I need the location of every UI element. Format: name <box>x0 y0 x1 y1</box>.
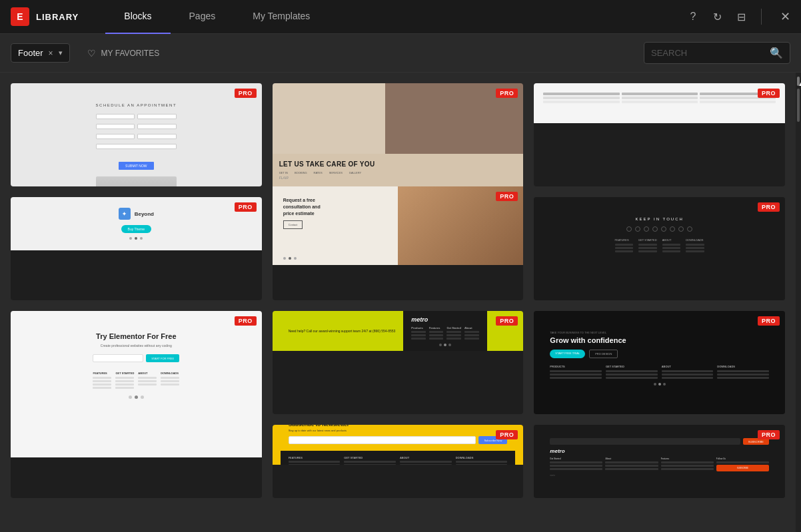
pro-badge: PRO <box>758 430 780 439</box>
card-table-light[interactable]: PRO <box>534 83 785 186</box>
banner-text: Need help? Call our award-winning suppor… <box>289 329 396 333</box>
card-schedule-form[interactable]: SCHEDULE AN APPOINTMENT <box>11 83 262 186</box>
close-button[interactable]: ✕ <box>780 9 790 24</box>
card-eyebrow: TAKE YOUR BUSINESS TO THE NEXT LEVEL <box>550 331 769 334</box>
card-thumbnail: KEEP IN TOUCH Features <box>534 197 785 300</box>
card-grow-confidence[interactable]: TAKE YOUR BUSINESS TO THE NEXT LEVEL Gro… <box>534 311 785 414</box>
cta-green: START FREE TRIAL <box>550 350 585 358</box>
card-thumbnail: Try Elementor For Free Create profession… <box>11 311 262 457</box>
card-metro-yellow[interactable]: Need help? Call our award-winning suppor… <box>273 311 524 414</box>
scrollbar[interactable]: ▲ <box>796 73 801 532</box>
toolbar: Footer × ▾ ♡ MY FAVORITES 🔍 <box>0 34 801 73</box>
pro-badge: PRO <box>496 89 518 98</box>
card-thumbnail: ✦ Beyond Buy Theme <box>11 197 262 250</box>
cta-button: Buy Theme <box>121 225 151 233</box>
pro-badge: PRO <box>235 202 257 212</box>
card-thumbnail <box>534 83 785 123</box>
pro-badge: PRO <box>235 89 257 98</box>
header: E LIBRARY Blocks Pages My Templates ? ↻ … <box>0 0 801 34</box>
card-keep-in-touch[interactable]: KEEP IN TOUCH Features <box>534 197 785 300</box>
card-elementor-free[interactable]: Try Elementor For Free Create profession… <box>11 311 262 498</box>
card-title-2: Request a free consultation and price es… <box>283 197 330 216</box>
refresh-icon[interactable]: ↻ <box>710 10 724 23</box>
card-title: KEEP IN TOUCH <box>615 217 704 221</box>
brand-name: metro <box>411 316 478 323</box>
card-thumbnail: SUBSCRIBE metro Get Started About <box>534 425 785 498</box>
card-title: Subscribe to Newsletter <box>289 425 508 427</box>
card-thumbnail: TAKE YOUR BUSINESS TO THE NEXT LEVEL Gro… <box>534 311 785 414</box>
scrollbar-thumb[interactable] <box>797 89 800 122</box>
card-title: SCHEDULE AN APPOINTMENT <box>96 103 177 107</box>
pro-badge: PRO <box>758 202 780 212</box>
card-thumbnail-2: Request a free consultation and price es… <box>273 186 524 265</box>
favorites-label: MY FAVORITES <box>101 49 160 58</box>
brand-name: metro <box>550 448 769 454</box>
card-thumbnail: Subscribe to Newsletter Stay up to date … <box>273 425 524 465</box>
search-area[interactable]: 🔍 <box>644 42 790 64</box>
card-beyond[interactable]: ✦ Beyond Buy Theme PRO <box>11 197 262 300</box>
card-newsletter[interactable]: Subscribe to Newsletter Stay up to date … <box>273 425 524 498</box>
card-title: Try Elementor For Free <box>96 332 176 340</box>
pro-badge: PRO <box>496 430 518 439</box>
filter-label: Footer <box>18 48 43 58</box>
nav-tabs: Blocks Pages My Templates <box>105 0 686 33</box>
cta-outline: PRO DESIGN <box>589 350 618 358</box>
pro-badge: PRO <box>496 316 518 326</box>
card-subtitle: Create professional websites without any… <box>101 344 172 348</box>
brand-name: Beyond <box>135 211 154 217</box>
header-actions: ? ↻ ⊟ ✕ <box>686 9 790 25</box>
card-beauty-model[interactable]: LET US TAKE CARE OF YOU GET IN BOOKING R… <box>273 83 524 300</box>
chevron-down-icon: ▾ <box>59 49 63 57</box>
template-grid: SCHEDULE AN APPOINTMENT <box>0 73 796 532</box>
elementor-logo: E <box>11 7 29 26</box>
pro-badge: PRO <box>758 316 780 326</box>
heart-icon: ♡ <box>87 48 96 59</box>
divider <box>761 9 762 25</box>
scroll-up-arrow[interactable]: ▲ <box>797 77 800 86</box>
search-input[interactable] <box>651 48 764 58</box>
favorites-button[interactable]: ♡ MY FAVORITES <box>81 44 167 63</box>
search-icon[interactable]: 🔍 <box>770 47 783 59</box>
card-subtitle: Stay up to date with our latest news and… <box>289 429 508 432</box>
card-title: Grow with confidence <box>550 336 769 344</box>
pro-badge: PRO <box>235 316 257 326</box>
card-thumbnail: Need help? Call our award-winning suppor… <box>273 311 524 351</box>
tab-blocks[interactable]: Blocks <box>105 0 170 34</box>
pro-badge: PRO <box>758 89 780 98</box>
filter-clear[interactable]: × <box>49 49 53 58</box>
tab-my-templates[interactable]: My Templates <box>234 0 329 34</box>
help-icon[interactable]: ? <box>686 10 700 23</box>
card-thumbnail: LET US TAKE CARE OF YOU GET IN BOOKING R… <box>273 83 524 186</box>
card-metro-dark[interactable]: SUBSCRIBE metro Get Started About <box>534 425 785 498</box>
logo-area: E LIBRARY <box>11 7 79 26</box>
app-title: LIBRARY <box>36 12 79 22</box>
card-thumbnail: SCHEDULE AN APPOINTMENT <box>11 83 262 186</box>
cta-button: START FOR FREE <box>146 354 179 362</box>
category-filter[interactable]: Footer × ▾ <box>11 43 70 63</box>
card-title: LET US TAKE CARE OF YOU <box>279 160 517 168</box>
main-content: SCHEDULE AN APPOINTMENT <box>0 73 801 532</box>
pro-badge-2: PRO <box>496 192 518 201</box>
save-icon[interactable]: ⊟ <box>734 10 748 23</box>
tab-pages[interactable]: Pages <box>171 0 235 34</box>
